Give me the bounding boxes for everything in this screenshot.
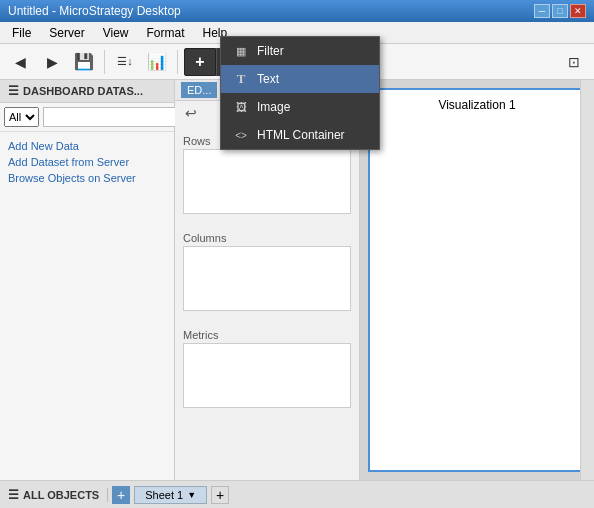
dataset-header-label: DASHBOARD DATAS... [23,85,143,97]
add-object-button[interactable]: + [112,486,130,504]
panel-search-area: All 🔍 [0,103,174,132]
sheet-1-tab[interactable]: Sheet 1 ▼ [134,486,207,504]
metrics-drop-zone[interactable] [183,343,351,408]
all-objects-icon: ☰ [8,488,19,502]
close-button[interactable]: ✕ [570,4,586,18]
add-button[interactable]: + [184,48,216,76]
toolbar-separator-1 [104,50,105,74]
add-new-data-link[interactable]: Add New Data [8,140,166,152]
sheet-tab-arrow-icon: ▼ [187,490,196,500]
bottom-bar: ☰ ALL OBJECTS + Sheet 1 ▼ + [0,480,594,508]
menu-format[interactable]: Format [138,24,192,42]
menu-item-html[interactable]: <> HTML Container [221,121,379,149]
columns-label: Columns [183,232,351,244]
forward-button[interactable]: ▶ [38,48,66,76]
browse-objects-link[interactable]: Browse Objects on Server [8,172,166,184]
left-panel: ☰ DASHBOARD DATAS... All 🔍 Add New Data … [0,80,175,480]
save-button[interactable]: 💾 [70,48,98,76]
right-panel: Visualization 1 [360,80,594,480]
add-sheet-button[interactable]: + [211,486,229,504]
right-scrollbar[interactable] [580,80,594,480]
add-dataset-server-link[interactable]: Add Dataset from Server [8,156,166,168]
html-icon: <> [233,127,249,143]
dataset-icon: ☰ [8,84,19,98]
filter-label: Filter [257,44,284,58]
menu-server[interactable]: Server [41,24,92,42]
metrics-label: Metrics [183,329,351,341]
all-objects-area: ☰ ALL OBJECTS [8,488,108,502]
sheet-tabs: Sheet 1 ▼ + [134,486,586,504]
add-dropdown-menu: ▦ Filter T Text 🖼 Image <> HTML Containe… [220,36,380,150]
maximize-button[interactable]: □ [552,4,568,18]
metrics-section: Metrics [175,319,359,416]
visualization-container: Visualization 1 [368,88,586,472]
menu-item-image[interactable]: 🖼 Image [221,93,379,121]
text-label: Text [257,72,279,86]
html-label: HTML Container [257,128,345,142]
window-controls: ─ □ ✕ [534,4,586,18]
edit-mode-button[interactable]: ED... [181,82,217,98]
text-icon: T [233,71,249,87]
menu-view[interactable]: View [95,24,137,42]
toolbar-separator-2 [177,50,178,74]
menu-file[interactable]: File [4,24,39,42]
image-label: Image [257,100,290,114]
sheet-tab-label: Sheet 1 [145,489,183,501]
undo-button[interactable]: ↩ [183,103,199,123]
chart-button[interactable]: 📊 [143,48,171,76]
back-button[interactable]: ◀ [6,48,34,76]
filter-select[interactable]: All [4,107,39,127]
image-icon: 🖼 [233,99,249,115]
menu-item-text[interactable]: T Text [221,65,379,93]
all-objects-label: ALL OBJECTS [23,489,99,501]
window-button[interactable]: ⊡ [560,48,588,76]
columns-drop-zone[interactable] [183,246,351,311]
dataset-panel-header: ☰ DASHBOARD DATAS... [0,80,174,103]
menu-item-filter[interactable]: ▦ Filter [221,37,379,65]
search-input[interactable] [43,107,191,127]
rows-drop-zone[interactable] [183,149,351,214]
panel-links: Add New Data Add Dataset from Server Bro… [0,132,174,192]
columns-section: Columns [175,222,359,319]
filter-icon: ▦ [233,43,249,59]
data-button[interactable]: ☰↓ [111,48,139,76]
viz-title: Visualization 1 [438,98,515,112]
window-title: Untitled - MicroStrategy Desktop [8,4,181,18]
title-bar: Untitled - MicroStrategy Desktop ─ □ ✕ [0,0,594,22]
minimize-button[interactable]: ─ [534,4,550,18]
